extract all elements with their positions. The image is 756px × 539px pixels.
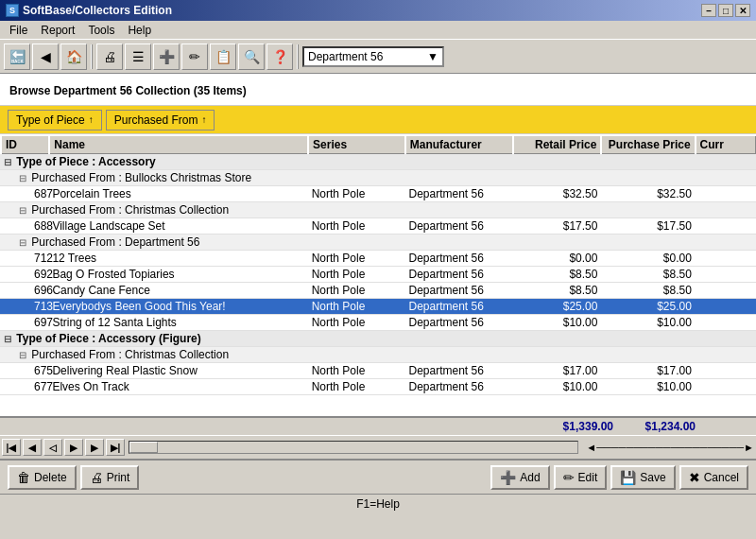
table-row[interactable]: 687 Porcelain Trees North Pole Departmen… bbox=[0, 186, 756, 202]
cell-purchase: $10.00 bbox=[601, 379, 695, 395]
groupby-chip-purchased[interactable]: Purchased From ↑ bbox=[106, 110, 215, 130]
dropdown-arrow-icon: ▼ bbox=[427, 50, 438, 63]
col-header-manufacturer[interactable]: Manufacturer bbox=[405, 135, 513, 154]
cell-name: Elves On Track bbox=[48, 379, 307, 395]
groupby-type-label: Type of Piece bbox=[16, 113, 85, 127]
menu-report[interactable]: Report bbox=[35, 22, 80, 39]
cell-retail: $8.50 bbox=[513, 267, 602, 283]
toolbar-home-btn[interactable]: 🏠 bbox=[60, 43, 87, 70]
expand-icon[interactable]: ⊟ bbox=[19, 173, 26, 183]
toolbar-edit-btn[interactable]: ✏ bbox=[181, 43, 208, 70]
edit-button[interactable]: ✏ Edit bbox=[554, 465, 608, 490]
table-row[interactable]: ⊟ Type of Piece : Accessory bbox=[0, 154, 756, 170]
table-row[interactable]: ⊟ Type of Piece : Accessory (Figure) bbox=[0, 331, 756, 347]
toolbar-print-btn[interactable]: 🖨 bbox=[96, 43, 123, 70]
nav-play-btn[interactable]: ▶ bbox=[64, 439, 83, 456]
cell-manufacturer: Department 56 bbox=[404, 251, 512, 267]
cell-series: North Pole bbox=[308, 379, 405, 395]
toolbar-search-btn[interactable]: 🔍 bbox=[238, 43, 265, 70]
cell-curr bbox=[696, 299, 756, 315]
cancel-button[interactable]: ✖ Cancel bbox=[679, 465, 748, 490]
cell-purchase: $10.00 bbox=[601, 315, 695, 331]
cell-curr bbox=[696, 251, 756, 267]
toolbar-back2-btn[interactable]: ◀ bbox=[32, 43, 59, 70]
nav-next-btn[interactable]: ▶ bbox=[85, 439, 104, 456]
expand-icon[interactable]: ⊟ bbox=[19, 237, 26, 248]
table-row[interactable]: 677 Elves On Track North Pole Department… bbox=[0, 379, 756, 395]
nav-first-btn[interactable]: |◀ bbox=[2, 439, 21, 456]
col-header-name[interactable]: Name bbox=[49, 135, 308, 154]
cell-manufacturer: Department 56 bbox=[404, 267, 512, 283]
save-button[interactable]: 💾 Save bbox=[610, 465, 675, 490]
expand-icon[interactable]: ⊟ bbox=[19, 350, 26, 360]
cell-retail: $17.00 bbox=[513, 363, 602, 379]
add-button[interactable]: ➕ Add bbox=[490, 465, 549, 490]
table-row[interactable]: 692 Bag O Frosted Topiaries North Pole D… bbox=[0, 267, 756, 283]
col-header-id[interactable]: ID bbox=[1, 135, 49, 154]
menu-file[interactable]: File bbox=[4, 22, 33, 39]
table-row[interactable]: 675 Delivering Real Plastic Snow North P… bbox=[0, 363, 756, 379]
print-icon: 🖨 bbox=[90, 470, 103, 485]
department-dropdown[interactable]: Department 56 ▼ bbox=[302, 46, 444, 67]
delete-icon: 🗑 bbox=[17, 470, 30, 485]
table-row[interactable]: 688 Village Landscape Set North Pole Dep… bbox=[0, 218, 756, 235]
table-row[interactable]: ⊟ Purchased From : Department 56 bbox=[0, 235, 756, 251]
delete-label: Delete bbox=[34, 471, 67, 484]
cell-series: North Pole bbox=[308, 363, 405, 379]
nav-bar: |◀ ◀ ◁ ▶ ▶ ▶| ◄────────────────────► bbox=[0, 435, 756, 460]
toolbar-help-btn[interactable]: ❓ bbox=[266, 43, 293, 70]
toolbar-copy-btn[interactable]: 📋 bbox=[210, 43, 236, 70]
col-header-purchase[interactable]: Purchase Price bbox=[601, 135, 695, 154]
cell-manufacturer: Department 56 bbox=[404, 218, 512, 235]
nav-scrollbar-thumb[interactable] bbox=[129, 442, 158, 453]
toolbar-list-btn[interactable]: ☰ bbox=[125, 43, 151, 70]
cell-name: String of 12 Santa Lights bbox=[48, 315, 307, 331]
cell-manufacturer: Department 56 bbox=[404, 379, 512, 395]
cell-id: 687 bbox=[0, 186, 48, 202]
nav-last-btn[interactable]: ▶| bbox=[106, 439, 125, 456]
table-row[interactable]: ⊟ Purchased From : Christmas Collection bbox=[0, 202, 756, 218]
nav-prev-btn[interactable]: ◀ bbox=[23, 439, 42, 456]
page-header: Browse Department 56 Collection (35 Item… bbox=[0, 74, 756, 106]
table-row[interactable]: 713 Everybodys Been Good This Year! Nort… bbox=[0, 299, 756, 315]
col-header-series[interactable]: Series bbox=[308, 135, 405, 154]
maximize-button[interactable]: □ bbox=[718, 4, 733, 17]
table-row[interactable]: ⊟ Purchased From : Bullocks Christmas St… bbox=[0, 170, 756, 186]
cell-id: 688 bbox=[0, 218, 48, 235]
nav-scrollbar-h[interactable]: ◄────────────────────► bbox=[586, 442, 754, 453]
groupby-chip-type[interactable]: Type of Piece ↑ bbox=[8, 110, 102, 130]
toolbar-add-btn[interactable]: ➕ bbox=[153, 43, 180, 70]
menu-help[interactable]: Help bbox=[122, 22, 157, 39]
table-row[interactable]: ⊟ Purchased From : Christmas Collection bbox=[0, 347, 756, 363]
col-header-retail[interactable]: Retail Price bbox=[513, 135, 602, 154]
table-scroll[interactable]: ⊟ Type of Piece : Accessory ⊟ Purchased … bbox=[0, 154, 756, 416]
subgroup-label: Purchased From : Department 56 bbox=[31, 235, 199, 249]
delete-button[interactable]: 🗑 Delete bbox=[8, 465, 77, 490]
print-label: Print bbox=[107, 471, 130, 484]
cell-purchase: $0.00 bbox=[601, 251, 695, 267]
table-row[interactable]: 697 String of 12 Santa Lights North Pole… bbox=[0, 315, 756, 331]
cell-curr bbox=[696, 267, 756, 283]
toolbar-back-btn[interactable]: 🔙 bbox=[4, 43, 30, 70]
cell-name: Porcelain Trees bbox=[48, 186, 307, 202]
expand-icon[interactable]: ⊟ bbox=[4, 334, 11, 344]
print-button[interactable]: 🖨 Print bbox=[80, 465, 140, 490]
total-purchase: $1,234.00 bbox=[613, 420, 696, 433]
menu-tools[interactable]: Tools bbox=[82, 22, 120, 39]
table-row[interactable]: 712 12 Trees North Pole Department 56 $0… bbox=[0, 251, 756, 267]
cell-series: North Pole bbox=[308, 315, 405, 331]
cell-id: 692 bbox=[0, 267, 48, 283]
table-row[interactable]: 696 Candy Cane Fence North Pole Departme… bbox=[0, 283, 756, 299]
expand-icon[interactable]: ⊟ bbox=[4, 157, 11, 167]
cell-series: North Pole bbox=[308, 251, 405, 267]
close-button[interactable]: ✕ bbox=[735, 4, 750, 17]
col-header-curr[interactable]: Curr bbox=[696, 135, 756, 154]
data-table-header: ID Name Series Manufacturer Retail Price… bbox=[0, 134, 756, 154]
groupby-type-arrow: ↑ bbox=[89, 114, 94, 125]
nav-prev2-btn[interactable]: ◁ bbox=[43, 439, 62, 456]
expand-icon[interactable]: ⊟ bbox=[19, 205, 26, 216]
nav-scrollbar[interactable] bbox=[129, 441, 578, 454]
minimize-button[interactable]: – bbox=[701, 4, 716, 17]
cell-retail: $10.00 bbox=[513, 379, 602, 395]
cell-purchase: $25.00 bbox=[601, 299, 695, 315]
